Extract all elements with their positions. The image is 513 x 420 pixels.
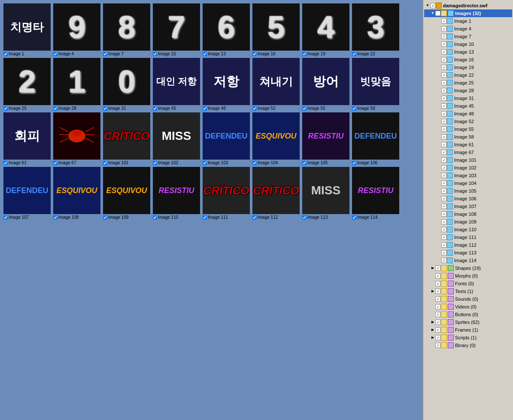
image-item[interactable]: 5Image 16 (252, 3, 301, 56)
image-checkbox[interactable] (53, 106, 58, 111)
image-checkbox[interactable] (203, 161, 207, 165)
image-item[interactable]: 6Image 13 (203, 3, 251, 56)
image-item[interactable]: CRÍTICOImage 101 (103, 112, 151, 165)
image-item[interactable]: ESQUIVOUImage 109 (103, 167, 151, 220)
image-checkbox[interactable] (252, 106, 257, 111)
tree-frames[interactable]: ▶ ✓ Frames (1) (424, 326, 512, 334)
tree-image-item[interactable]: ▶ ✓ Image 16 (424, 56, 512, 63)
tree-shapes[interactable]: ▶ ✓ Shapes (19) (424, 264, 512, 272)
image-item[interactable]: 4Image 19 (302, 3, 350, 56)
tree-image-item[interactable]: ▶ ✓ Image 106 (424, 195, 512, 202)
collapse-icon[interactable]: ▼ (425, 3, 430, 8)
image-checkbox[interactable] (153, 215, 157, 220)
tree-image-item[interactable]: ▶ ✓ Image 52 (424, 118, 512, 125)
tree-image-item[interactable]: ▶ ✓ Image 102 (424, 164, 512, 172)
image-item[interactable]: CRÍTICOImage 111 (203, 167, 251, 220)
tree-binary[interactable]: ▶ ✓ Binary (0) (424, 341, 512, 349)
tree-image-item[interactable]: ▶ ✓ Image 104 (424, 179, 512, 187)
image-checkbox[interactable] (302, 161, 307, 165)
tree-image-item[interactable]: ▶ ✓ Image 1 (424, 17, 512, 25)
tree-image-item[interactable]: ▶ ✓ Image 114 (424, 257, 512, 264)
image-checkbox[interactable] (352, 106, 356, 111)
image-item[interactable]: CRÍTICOImage 112 (252, 167, 301, 220)
tree-image-item[interactable]: ▶ ✓ Image 113 (424, 249, 512, 257)
tree-sounds[interactable]: ▶ ✓ Sounds (0) (424, 295, 512, 303)
tree-root-file[interactable]: ▼ ✓ damagedirector.swf (424, 2, 512, 9)
image-item[interactable]: 치명타Image 1 (3, 3, 52, 56)
image-item[interactable]: RESISTIUImage 114 (352, 167, 400, 220)
image-checkbox[interactable] (252, 52, 257, 56)
tree-texts[interactable]: ▶ ✓ Texts (1) (424, 287, 512, 295)
shapes-toggle[interactable]: ▶ (430, 266, 435, 271)
image-checkbox[interactable] (53, 215, 58, 220)
tree-image-item[interactable]: ▶ ✓ Image 110 (424, 226, 512, 233)
tree-image-item[interactable]: ▶ ✓ Image 101 (424, 156, 512, 164)
tree-image-item[interactable]: ▶ ✓ Image 107 (424, 202, 512, 210)
image-checkbox[interactable] (302, 106, 307, 111)
image-checkbox[interactable] (103, 161, 107, 165)
tree-image-item[interactable]: ▶ ✓ Image 109 (424, 218, 512, 226)
tree-scripts[interactable]: ▶ ✓ Scripts (1) (424, 334, 512, 341)
image-checkbox[interactable] (103, 215, 107, 220)
image-item[interactable]: 저항Image 48 (203, 58, 251, 111)
tree-image-item[interactable]: ▶ ✓ Image 48 (424, 110, 512, 118)
tree-image-item[interactable]: ▶ ✓ Image 111 (424, 233, 512, 241)
image-item[interactable]: 대인 저항Image 45 (153, 58, 201, 111)
texts-toggle[interactable]: ▶ (430, 289, 435, 294)
image-checkbox[interactable] (3, 52, 8, 56)
tree-image-item[interactable]: ▶ ✓ Image 19 (424, 63, 512, 71)
image-item[interactable]: DEFENDEUImage 107 (3, 167, 52, 220)
image-item[interactable]: DEFENDEUImage 103 (203, 112, 251, 165)
tree-image-item[interactable]: ▶ ✓ Image 10 (424, 40, 512, 48)
tree-image-item[interactable]: ▶ ✓ Image 108 (424, 210, 512, 218)
tree-image-item[interactable]: ▶ ✓ Image 112 (424, 241, 512, 249)
image-item[interactable]: 쳐내기Image 52 (252, 58, 301, 111)
image-item[interactable]: 0Image 31 (103, 58, 151, 111)
image-checkbox[interactable] (252, 161, 257, 165)
tree-image-item[interactable]: ▶ ✓ Image 25 (424, 79, 512, 87)
image-checkbox[interactable] (302, 52, 307, 56)
tree-image-item[interactable]: ▶ ✓ Image 45 (424, 102, 512, 110)
image-checkbox[interactable] (203, 215, 207, 220)
image-checkbox[interactable] (352, 52, 356, 56)
image-item[interactable]: DEFENDEUImage 106 (352, 112, 400, 165)
image-checkbox[interactable] (3, 215, 8, 220)
image-item[interactable]: 방어Image 55 (302, 58, 350, 111)
image-item[interactable]: 8Image 7 (103, 3, 151, 56)
image-checkbox[interactable] (252, 215, 257, 220)
image-checkbox[interactable] (3, 161, 8, 165)
tree-image-item[interactable]: ▶ ✓ Image 55 (424, 125, 512, 133)
image-item[interactable]: 1Image 28 (53, 58, 101, 111)
image-checkbox[interactable] (352, 161, 356, 165)
image-item[interactable]: 회피Image 61 (3, 112, 52, 165)
image-item[interactable]: RESISTIUImage 105 (302, 112, 350, 165)
tree-image-item[interactable]: ▶ ✓ Image 105 (424, 187, 512, 195)
image-item[interactable]: 7Image 10 (153, 3, 201, 56)
tree-fonts[interactable]: ▶ ✓ Fonts (0) (424, 280, 512, 287)
image-checkbox[interactable] (203, 106, 207, 111)
image-item[interactable]: 빗맞음Image 58 (352, 58, 400, 111)
frames-toggle[interactable]: ▶ (430, 327, 435, 332)
image-item[interactable]: Image 67 (53, 112, 101, 165)
tree-image-item[interactable]: ▶ ✓ Image 58 (424, 133, 512, 141)
tree-sprites[interactable]: ▶ ✓ Sprites (62) (424, 318, 512, 326)
tree-image-item[interactable]: ▶ ✓ Image 4 (424, 25, 512, 33)
image-checkbox[interactable] (203, 52, 207, 56)
image-item[interactable]: ESQUIVOUImage 108 (53, 167, 101, 220)
image-item[interactable]: ESQUIVOUImage 104 (252, 112, 301, 165)
image-checkbox[interactable] (103, 106, 107, 111)
image-item[interactable]: MISSImage 102 (153, 112, 201, 165)
image-item[interactable]: MISSImage 113 (302, 167, 350, 220)
image-checkbox[interactable] (153, 161, 157, 165)
tree-image-item[interactable]: ▶ ✓ Image 28 (424, 87, 512, 94)
scripts-toggle[interactable]: ▶ (430, 335, 435, 340)
images-collapse-icon[interactable]: ▼ (430, 11, 435, 16)
tree-videos[interactable]: ▶ ✓ Videos (0) (424, 303, 512, 311)
image-checkbox[interactable] (103, 52, 107, 56)
image-item[interactable]: 9Image 4 (53, 3, 101, 56)
image-checkbox[interactable] (53, 52, 58, 56)
tree-image-item[interactable]: ▶ ✓ Image 7 (424, 33, 512, 40)
tree-images-folder[interactable]: ▼ ✓ Images (32) (424, 9, 512, 17)
image-checkbox[interactable] (352, 215, 356, 220)
tree-image-item[interactable]: ▶ ✓ Image 67 (424, 148, 512, 156)
